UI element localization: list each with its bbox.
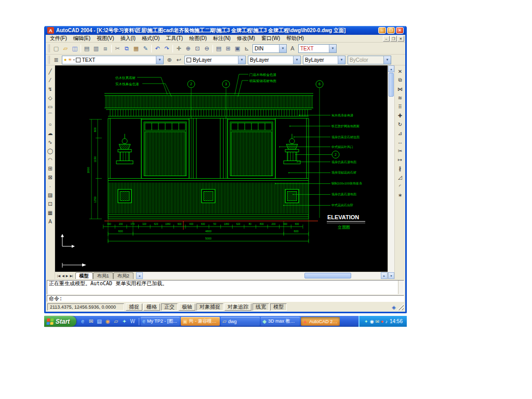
horizontal-scroll-thumb[interactable] [304,273,351,278]
copy-object-tool[interactable]: ⧉ [396,76,404,84]
layer-previous-button[interactable]: ↩ [174,55,183,64]
minimize-button[interactable]: – [378,27,386,34]
tab-nav-button-1[interactable]: ◀ [61,274,65,277]
start-button[interactable]: Start [44,316,76,327]
copy-button[interactable]: ⧉ [122,44,131,53]
undo-button[interactable]: ↶ [153,44,162,53]
vertical-scroll-thumb[interactable] [389,73,394,97]
task-dwg-folder[interactable]: ▱dwg [221,317,260,326]
ortho-toggle[interactable]: 正交 [161,303,178,311]
table-tool[interactable]: ▦ [46,208,55,217]
qnew-button[interactable]: ▢ [51,44,61,53]
insert-block-tool[interactable]: ⊞ [46,164,55,172]
tab-nav-button-0[interactable]: |◀ [57,274,61,277]
open-button[interactable]: ▱ [61,44,70,53]
task-mytp2[interactable]: eMy TP2 - [图... [141,317,180,326]
spline-tool[interactable]: ∿ [46,138,55,146]
offset-tool[interactable]: ≋ [396,94,404,102]
mdi-restore-button[interactable]: ❐ [390,36,397,42]
pan-button[interactable]: ✚ [174,44,183,53]
vertical-scrollbar[interactable]: ▴ ▾ [388,65,394,279]
command-scrollbar[interactable] [398,281,404,294]
mtext-tool[interactable]: A [46,217,55,225]
save-button[interactable]: ◫ [70,44,79,53]
plot-preview-button[interactable]: ▥ [91,44,101,53]
command-input-line[interactable]: 命令: [47,295,404,302]
ql-mail-icon[interactable]: ✉ [87,318,95,325]
cut-button[interactable]: ✂ [113,44,122,53]
menu-item-7[interactable]: 标注(N) [210,35,234,42]
tray-av-icon[interactable]: ● [381,319,383,324]
ql-msn-icon[interactable]: ✦ [121,318,128,325]
plot-button[interactable]: ▤ [82,44,91,53]
task-3dmax[interactable]: ◆3D max 教程... [261,317,300,326]
horizontal-scroll-track[interactable] [143,272,381,279]
tray-ime-icon[interactable]: ♪ [385,319,388,324]
arc-tool[interactable]: ⌒ [46,111,55,119]
grid-toggle[interactable]: 栅格 [143,303,160,311]
dimstyle-dropdown-arrow[interactable]: ▼ [279,45,286,52]
menu-item-3[interactable]: 插入(I) [117,35,138,42]
coordinate-readout[interactable]: 2113.4375, 12456.5936, 0.0000 [47,303,124,311]
model-toggle[interactable]: 模型 [270,303,287,311]
line-tool[interactable]: ╱ [46,67,55,75]
menu-item-6[interactable]: 绘图(D) [186,35,210,42]
menu-item-9[interactable]: 窗口(W) [258,35,283,42]
layer-dropdown-arrow[interactable]: ▼ [156,56,163,64]
chamfer-tool[interactable]: ◿ [396,173,404,181]
horizontal-scrollbar[interactable]: ◂ ▸ [136,272,388,279]
task-autocad[interactable]: ▲AutoCAD 20... [301,317,340,326]
zoom-realtime-button[interactable]: ⊕ [183,44,193,53]
polyline-tool[interactable]: ↯ [46,85,55,93]
textstyle-dropdown-arrow[interactable]: ▼ [329,45,336,52]
lineweight-combo[interactable]: ByLayer ▼ [303,56,345,64]
redo-button[interactable]: ↷ [162,44,171,53]
construction-line-tool[interactable]: ⁄ [46,76,55,84]
make-layer-current-button[interactable]: ⊕ [165,55,174,64]
communication-center-icon[interactable]: ◈ [392,304,396,310]
menu-item-4[interactable]: 格式(O) [139,35,163,42]
color-combo[interactable]: ByLayer ▼ [184,56,246,64]
publish-button[interactable]: ⧈ [101,44,110,53]
stretch-tool[interactable]: ↔ [396,138,404,146]
make-block-tool[interactable]: ⊠ [46,173,55,181]
lwt-toggle[interactable]: 线宽 [252,303,269,311]
ellipse-tool[interactable]: ◯ [46,147,55,155]
dimstyle-combo[interactable]: DIN ▼ [252,44,287,53]
mdi-close-button[interactable]: ✕ [397,36,404,42]
ql-word-icon[interactable]: W [129,318,136,325]
region-tool[interactable]: ⊡ [46,200,55,208]
paste-button[interactable]: ▦ [131,44,141,53]
circle-tool[interactable]: ○ [46,120,55,128]
toolpalettes-button[interactable]: ▣ [233,44,242,53]
tab-nav-button-2[interactable]: ▶ [65,274,69,277]
toolbar-grip[interactable] [47,56,50,64]
menu-item-1[interactable]: 编辑(E) [70,35,94,42]
hatch-tool[interactable]: ▨ [46,191,55,199]
menu-item-2[interactable]: 视图(V) [94,35,117,42]
textstyle-combo[interactable]: TEXT ▼ [298,44,337,53]
trim-tool[interactable]: ✂ [396,147,404,155]
array-tool[interactable]: ⠿ [396,102,404,111]
snap-toggle[interactable]: 捕捉 [126,303,142,311]
properties-button[interactable]: ▤ [214,44,223,53]
toolbar-grip[interactable] [47,44,50,52]
zoom-previous-button[interactable]: ⊖ [202,44,211,53]
drawing-canvas[interactable]: 仿木纹真石材实木线条金色漆门扇木饰板金色漆明装紫铜石材饰面ELEVATION立面… [55,65,388,272]
extend-tool[interactable]: ↦ [396,155,404,164]
menu-item-8[interactable]: 修改(M) [234,35,258,42]
command-history[interactable]: 正在重生成模型。AutoCAD 菜单实用程序已加载。 [47,280,404,295]
polygon-tool[interactable]: ◇ [46,94,55,102]
menu-item-5[interactable]: 工具(T) [163,35,186,42]
rotate-tool[interactable]: ↻ [396,120,404,128]
tab-layout1[interactable]: 布局1 [93,272,113,279]
maximize-button[interactable]: ❐ [387,27,395,34]
window-resize-grip[interactable] [397,304,404,310]
menu-item-10[interactable]: 帮助(H) [283,35,307,42]
break-tool[interactable]: ∦ [396,164,404,172]
scroll-right-arrow[interactable]: ▸ [381,272,388,279]
tray-mail-icon[interactable]: ✉ [375,319,379,324]
tray-msn-icon[interactable]: ✦ [364,319,368,324]
linetype-combo[interactable]: ByLayer ▼ [248,56,301,64]
tab-layout2[interactable]: 布局2 [113,272,134,279]
